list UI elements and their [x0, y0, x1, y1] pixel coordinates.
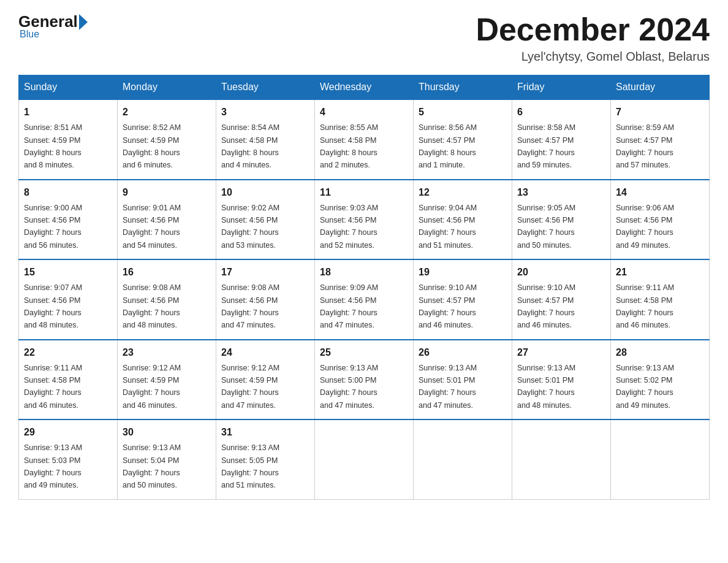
header-friday: Friday — [512, 75, 611, 100]
calendar-day-cell — [414, 419, 512, 499]
calendar-day-cell: 30 Sunrise: 9:13 AMSunset: 5:04 PMDaylig… — [118, 419, 216, 499]
day-info: Sunrise: 9:10 AMSunset: 4:57 PMDaylight:… — [517, 283, 575, 329]
calendar-day-cell — [315, 419, 414, 499]
day-number: 16 — [123, 265, 211, 280]
calendar-day-cell: 18 Sunrise: 9:09 AMSunset: 4:56 PMDaylig… — [315, 259, 414, 340]
day-info: Sunrise: 9:07 AMSunset: 4:56 PMDaylight:… — [24, 283, 82, 329]
calendar-week-row: 8 Sunrise: 9:00 AMSunset: 4:56 PMDayligh… — [19, 180, 710, 260]
day-number: 14 — [616, 185, 704, 200]
day-info: Sunrise: 9:05 AMSunset: 4:56 PMDaylight:… — [517, 204, 575, 250]
calendar-day-cell: 14 Sunrise: 9:06 AMSunset: 4:56 PMDaylig… — [611, 180, 710, 260]
day-number: 2 — [123, 105, 211, 120]
day-number: 15 — [24, 265, 112, 280]
day-info: Sunrise: 9:13 AMSunset: 5:01 PMDaylight:… — [517, 364, 575, 410]
calendar-body: 1 Sunrise: 8:51 AMSunset: 4:59 PMDayligh… — [19, 99, 710, 499]
day-number: 28 — [616, 345, 704, 360]
day-info: Sunrise: 9:13 AMSunset: 5:03 PMDaylight:… — [24, 443, 82, 489]
calendar-week-row: 29 Sunrise: 9:13 AMSunset: 5:03 PMDaylig… — [19, 419, 710, 499]
header-monday: Monday — [118, 75, 216, 100]
day-number: 4 — [320, 105, 408, 120]
calendar-day-cell: 28 Sunrise: 9:13 AMSunset: 5:02 PMDaylig… — [611, 340, 710, 420]
day-number: 6 — [517, 105, 605, 120]
day-info: Sunrise: 9:00 AMSunset: 4:56 PMDaylight:… — [24, 204, 82, 250]
header-thursday: Thursday — [414, 75, 512, 100]
day-number: 3 — [221, 105, 309, 120]
calendar-day-cell: 25 Sunrise: 9:13 AMSunset: 5:00 PMDaylig… — [315, 340, 414, 420]
day-info: Sunrise: 9:10 AMSunset: 4:57 PMDaylight:… — [419, 283, 477, 329]
day-info: Sunrise: 9:12 AMSunset: 4:59 PMDaylight:… — [221, 364, 279, 410]
day-info: Sunrise: 9:03 AMSunset: 4:56 PMDaylight:… — [320, 204, 378, 250]
header-wednesday: Wednesday — [315, 75, 414, 100]
day-info: Sunrise: 9:13 AMSunset: 5:04 PMDaylight:… — [123, 443, 181, 489]
day-info: Sunrise: 9:06 AMSunset: 4:56 PMDaylight:… — [616, 204, 674, 250]
calendar-day-cell: 19 Sunrise: 9:10 AMSunset: 4:57 PMDaylig… — [414, 259, 512, 340]
month-title: December 2024 — [476, 12, 710, 47]
day-number: 9 — [123, 185, 211, 200]
calendar-day-cell: 20 Sunrise: 9:10 AMSunset: 4:57 PMDaylig… — [512, 259, 611, 340]
day-info: Sunrise: 9:12 AMSunset: 4:59 PMDaylight:… — [123, 364, 181, 410]
calendar-day-cell: 3 Sunrise: 8:54 AMSunset: 4:58 PMDayligh… — [216, 99, 315, 180]
logo-arrow-icon — [79, 14, 88, 30]
day-info: Sunrise: 9:13 AMSunset: 5:00 PMDaylight:… — [320, 364, 378, 410]
day-number: 10 — [221, 185, 309, 200]
logo-blue-text: Blue — [20, 29, 39, 40]
calendar-day-cell: 1 Sunrise: 8:51 AMSunset: 4:59 PMDayligh… — [19, 99, 118, 180]
calendar-table: Sunday Monday Tuesday Wednesday Thursday… — [18, 75, 710, 500]
calendar-day-cell: 5 Sunrise: 8:56 AMSunset: 4:57 PMDayligh… — [414, 99, 512, 180]
day-number: 30 — [123, 425, 211, 440]
calendar-week-row: 15 Sunrise: 9:07 AMSunset: 4:56 PMDaylig… — [19, 259, 710, 340]
day-info: Sunrise: 8:52 AMSunset: 4:59 PMDaylight:… — [123, 123, 181, 169]
logo: General Blue — [18, 12, 89, 40]
day-info: Sunrise: 9:09 AMSunset: 4:56 PMDaylight:… — [320, 283, 378, 329]
calendar-day-cell — [611, 419, 710, 499]
day-number: 17 — [221, 265, 309, 280]
calendar-day-cell: 8 Sunrise: 9:00 AMSunset: 4:56 PMDayligh… — [19, 180, 118, 260]
day-number: 7 — [616, 105, 704, 120]
calendar-day-cell: 9 Sunrise: 9:01 AMSunset: 4:56 PMDayligh… — [118, 180, 216, 260]
calendar-day-cell: 22 Sunrise: 9:11 AMSunset: 4:58 PMDaylig… — [19, 340, 118, 420]
calendar-day-cell: 15 Sunrise: 9:07 AMSunset: 4:56 PMDaylig… — [19, 259, 118, 340]
day-info: Sunrise: 9:13 AMSunset: 5:02 PMDaylight:… — [616, 364, 674, 410]
header-saturday: Saturday — [611, 75, 710, 100]
day-number: 11 — [320, 185, 408, 200]
calendar-day-cell: 23 Sunrise: 9:12 AMSunset: 4:59 PMDaylig… — [118, 340, 216, 420]
calendar-day-cell: 7 Sunrise: 8:59 AMSunset: 4:57 PMDayligh… — [611, 99, 710, 180]
day-number: 24 — [221, 345, 309, 360]
calendar-day-cell: 13 Sunrise: 9:05 AMSunset: 4:56 PMDaylig… — [512, 180, 611, 260]
calendar-week-row: 1 Sunrise: 8:51 AMSunset: 4:59 PMDayligh… — [19, 99, 710, 180]
day-info: Sunrise: 8:51 AMSunset: 4:59 PMDaylight:… — [24, 123, 82, 169]
day-number: 22 — [24, 345, 112, 360]
day-number: 18 — [320, 265, 408, 280]
calendar-day-cell: 21 Sunrise: 9:11 AMSunset: 4:58 PMDaylig… — [611, 259, 710, 340]
day-info: Sunrise: 8:56 AMSunset: 4:57 PMDaylight:… — [419, 123, 477, 169]
calendar-day-cell: 16 Sunrise: 9:08 AMSunset: 4:56 PMDaylig… — [118, 259, 216, 340]
day-number: 31 — [221, 425, 309, 440]
calendar-day-cell: 31 Sunrise: 9:13 AMSunset: 5:05 PMDaylig… — [216, 419, 315, 499]
location-subtitle: Lyel'chytsy, Gomel Oblast, Belarus — [476, 50, 710, 64]
calendar-header: Sunday Monday Tuesday Wednesday Thursday… — [19, 75, 710, 100]
day-info: Sunrise: 9:13 AMSunset: 5:05 PMDaylight:… — [221, 443, 279, 489]
day-number: 25 — [320, 345, 408, 360]
day-number: 19 — [419, 265, 507, 280]
day-number: 23 — [123, 345, 211, 360]
day-info: Sunrise: 9:08 AMSunset: 4:56 PMDaylight:… — [123, 283, 181, 329]
day-info: Sunrise: 9:11 AMSunset: 4:58 PMDaylight:… — [24, 364, 82, 410]
calendar-day-cell: 2 Sunrise: 8:52 AMSunset: 4:59 PMDayligh… — [118, 99, 216, 180]
calendar-day-cell: 26 Sunrise: 9:13 AMSunset: 5:01 PMDaylig… — [414, 340, 512, 420]
day-number: 26 — [419, 345, 507, 360]
calendar-day-cell: 17 Sunrise: 9:08 AMSunset: 4:56 PMDaylig… — [216, 259, 315, 340]
calendar-day-cell: 4 Sunrise: 8:55 AMSunset: 4:58 PMDayligh… — [315, 99, 414, 180]
header-sunday: Sunday — [19, 75, 118, 100]
calendar-day-cell: 29 Sunrise: 9:13 AMSunset: 5:03 PMDaylig… — [19, 419, 118, 499]
calendar-day-cell: 10 Sunrise: 9:02 AMSunset: 4:56 PMDaylig… — [216, 180, 315, 260]
day-number: 1 — [24, 105, 112, 120]
day-info: Sunrise: 9:11 AMSunset: 4:58 PMDaylight:… — [616, 283, 674, 329]
day-info: Sunrise: 9:01 AMSunset: 4:56 PMDaylight:… — [123, 204, 181, 250]
day-info: Sunrise: 8:59 AMSunset: 4:57 PMDaylight:… — [616, 123, 674, 169]
day-info: Sunrise: 8:58 AMSunset: 4:57 PMDaylight:… — [517, 123, 575, 169]
day-number: 29 — [24, 425, 112, 440]
page-header: General Blue December 2024 Lyel'chytsy, … — [18, 12, 710, 64]
calendar-day-cell: 11 Sunrise: 9:03 AMSunset: 4:56 PMDaylig… — [315, 180, 414, 260]
calendar-day-cell — [512, 419, 611, 499]
day-info: Sunrise: 9:13 AMSunset: 5:01 PMDaylight:… — [419, 364, 477, 410]
